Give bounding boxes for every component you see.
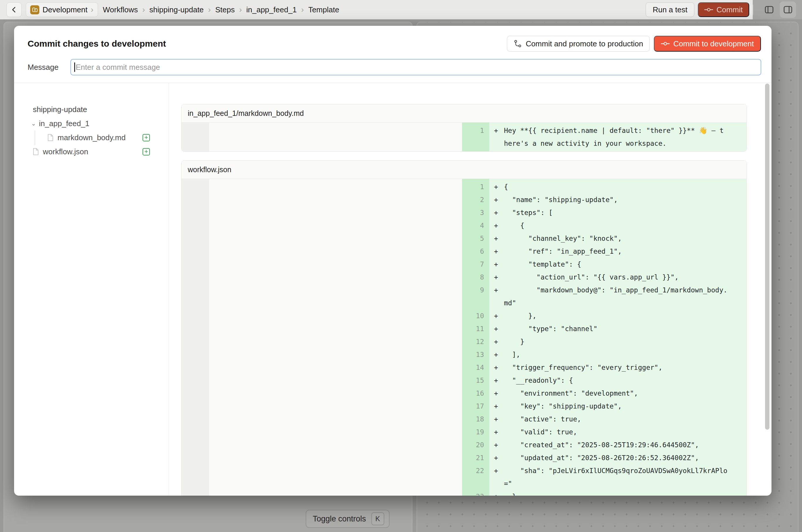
diff-list: in_app_feed_1/markdown_body.md1+Hey **{{… xyxy=(169,83,771,496)
tree-item-markdown-body[interactable]: markdown_body.md + xyxy=(14,131,169,145)
topbar-divider xyxy=(753,5,753,15)
line-number: 12 xyxy=(462,335,489,348)
right-panel-icon xyxy=(782,4,794,16)
breadcrumb: Workflows›shipping-update›Steps›in_app_f… xyxy=(103,5,339,14)
added-line-plus-sign: + xyxy=(494,206,504,219)
diff-added-line: 2+ "name": "shipping-update", xyxy=(462,193,747,206)
breadcrumb-separator-icon: › xyxy=(239,5,242,14)
line-number: 20 xyxy=(462,438,489,451)
diff-added-line: 10+ }, xyxy=(462,309,747,322)
commit-button[interactable]: Commit xyxy=(698,2,749,17)
code-cell: + "active": true, xyxy=(489,413,747,425)
modal-title: Commit changes to development xyxy=(27,39,166,49)
environment-switcher[interactable]: Development › xyxy=(26,2,98,17)
code-text: "type": "channel" xyxy=(504,322,598,335)
commit-modal: Commit changes to development Commit and… xyxy=(14,26,771,496)
diff-body: 1+{2+ "name": "shipping-update",3+ "step… xyxy=(182,179,747,496)
commit-to-development-button[interactable]: Commit to development xyxy=(654,36,761,52)
added-line-plus-sign: + xyxy=(494,245,504,258)
tree-item-workflow-json[interactable]: workflow.json + xyxy=(14,145,169,159)
diff-old-gutter xyxy=(182,122,209,151)
diff-added-line: 3+ "steps": [ xyxy=(462,206,747,219)
commit-icon xyxy=(661,40,670,47)
code-text: "name": "shipping-update", xyxy=(504,193,618,206)
diff-added-line: 18+ "active": true, xyxy=(462,413,747,425)
line-number: 23 xyxy=(462,490,489,496)
added-line-plus-sign: + xyxy=(494,271,504,284)
diff-file-name: in_app_feed_1/markdown_body.md xyxy=(182,104,747,122)
breadcrumb-separator-icon: › xyxy=(301,5,304,14)
diff-old-content xyxy=(209,179,462,496)
code-text: "updated_at": "2025-08-26T20:26:52.36400… xyxy=(504,451,699,464)
diff-added-line: 12+ } xyxy=(462,335,747,348)
diff-added-line: 13+ ], xyxy=(462,348,747,361)
code-text: "template": { xyxy=(504,258,581,271)
toggle-right-panel-button[interactable] xyxy=(780,1,796,18)
diff-added-line: 8+ "action_url": "{{ vars.app_url }}", xyxy=(462,271,747,284)
commit-icon xyxy=(704,6,713,13)
breadcrumb-item[interactable]: shipping-update xyxy=(149,5,204,14)
run-a-test-button[interactable]: Run a test xyxy=(646,2,695,17)
added-line-plus-sign: + xyxy=(494,413,504,425)
added-line-plus-sign: + xyxy=(494,309,504,322)
tree-file-label: markdown_body.md xyxy=(57,133,126,142)
line-number: 5 xyxy=(462,232,489,245)
code-text: "key": "shipping-update", xyxy=(504,400,622,413)
left-panel-icon xyxy=(763,4,775,16)
file-icon xyxy=(47,134,54,141)
line-number: 22 xyxy=(462,464,489,490)
line-number: 1 xyxy=(462,124,489,150)
message-label: Message xyxy=(27,63,70,72)
tree-item-workflow-root[interactable]: shipping-update xyxy=(14,102,169,116)
back-button[interactable] xyxy=(6,2,22,17)
breadcrumb-item[interactable]: Steps xyxy=(215,5,235,14)
added-line-plus-sign: + xyxy=(494,400,504,413)
line-number: 14 xyxy=(462,361,489,374)
added-line-plus-sign: + xyxy=(494,284,504,309)
line-number: 8 xyxy=(462,271,489,284)
line-number: 13 xyxy=(462,348,489,361)
code-text: } xyxy=(504,335,524,348)
code-text: "valid": true, xyxy=(504,425,577,438)
line-number: 17 xyxy=(462,400,489,413)
line-number: 16 xyxy=(462,387,489,400)
code-cell: + "markdown_body@": "in_app_feed_1/markd… xyxy=(489,284,747,309)
code-text: "active": true, xyxy=(504,413,581,425)
code-text: "channel_key": "knock", xyxy=(504,232,622,245)
chevron-right-icon: › xyxy=(91,5,93,14)
added-line-plus-sign: + xyxy=(494,464,504,490)
breadcrumb-item[interactable]: Workflows xyxy=(103,5,138,14)
diff-old-side-empty xyxy=(182,122,462,151)
diff-added-line: 11+ "type": "channel" xyxy=(462,322,747,335)
added-line-plus-sign: + xyxy=(494,374,504,387)
diff-card: in_app_feed_1/markdown_body.md1+Hey **{{… xyxy=(181,104,747,152)
diff-added-icon: + xyxy=(143,134,150,141)
commit-message-input[interactable] xyxy=(70,59,761,75)
toggle-controls-button[interactable]: Toggle controls K xyxy=(306,510,390,528)
diff-added-line: 16+ "environment": "development", xyxy=(462,387,747,400)
code-cell: + "template": { xyxy=(489,258,747,271)
code-text: { xyxy=(504,219,524,232)
code-text: }, xyxy=(504,309,537,322)
breadcrumb-item[interactable]: Template xyxy=(308,5,339,14)
modal-scrollbar-thumb[interactable] xyxy=(765,83,769,430)
added-line-plus-sign: + xyxy=(494,425,504,438)
top-bar: Development › Workflows›shipping-update›… xyxy=(0,0,802,19)
code-cell: + } xyxy=(489,335,747,348)
breadcrumb-item[interactable]: in_app_feed_1 xyxy=(246,5,297,14)
diff-body: 1+Hey **{{ recipient.name | default: "th… xyxy=(182,122,747,151)
code-cell: + "channel_key": "knock", xyxy=(489,232,747,245)
diff-added-line: 15+ "__readonly": { xyxy=(462,374,747,387)
app-root: Toggle controls K Development › Workflow… xyxy=(0,0,802,532)
commit-and-promote-button[interactable]: Commit and promote to production xyxy=(507,36,650,52)
chevron-down-icon: ⌄ xyxy=(31,120,36,127)
diff-old-gutter xyxy=(182,179,209,496)
diff-added-line: 23+ } xyxy=(462,490,747,496)
toggle-left-panel-button[interactable] xyxy=(761,1,777,18)
tree-item-step[interactable]: ⌄ in_app_feed_1 xyxy=(14,116,169,131)
code-cell: + "updated_at": "2025-08-26T20:26:52.364… xyxy=(489,451,747,464)
code-text: "ref": "in_app_feed_1", xyxy=(504,245,622,258)
promote-branch-icon xyxy=(514,40,522,48)
modal-actions: Commit and promote to production Commit … xyxy=(507,36,761,52)
code-cell: + "ref": "in_app_feed_1", xyxy=(489,245,747,258)
